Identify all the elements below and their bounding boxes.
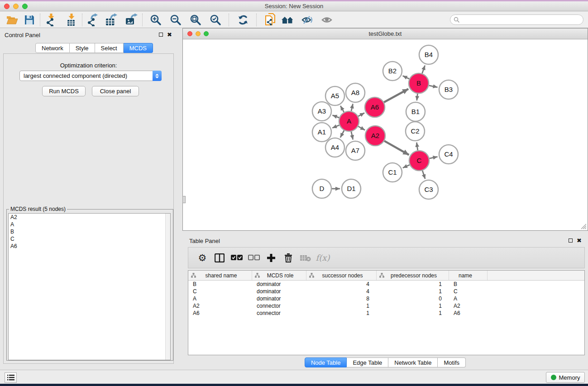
edge-B-B2[interactable] — [403, 76, 409, 79]
network-graph[interactable]: B4B2BB3A8A5A6A3B1AA1C2A2A4A7C4CC1C3DD1 — [183, 39, 588, 230]
network-canvas[interactable]: B4B2BB3A8A5A6A3B1AA1C2A2A4A7C4CC1C3DD1 — [183, 39, 588, 230]
search-input[interactable] — [460, 15, 583, 24]
select-all-icon[interactable] — [228, 250, 245, 266]
table-settings-icon[interactable]: ⚙ — [194, 250, 211, 266]
table-row[interactable]: A6connector11A6 — [188, 310, 584, 317]
mcds-result-item[interactable]: C — [9, 235, 170, 243]
graph-node-C4[interactable]: C4 — [439, 145, 458, 164]
graph-node-B1[interactable]: B1 — [406, 102, 425, 121]
scrollbar-track[interactable] — [165, 214, 170, 360]
edge-B-B3[interactable] — [429, 86, 437, 87]
criterion-dropdown[interactable]: largest connected component (directed) — [19, 71, 162, 81]
show-all-icon[interactable] — [319, 13, 336, 27]
search-box[interactable] — [450, 14, 583, 25]
mcds-result-item[interactable]: A — [9, 221, 170, 228]
refresh-icon[interactable] — [234, 13, 252, 27]
tab-network[interactable]: Network — [35, 43, 70, 53]
graph-node-D[interactable]: D — [312, 179, 331, 198]
open-session-icon[interactable] — [4, 13, 21, 27]
graph-node-A3[interactable]: A3 — [312, 102, 331, 121]
graph-node-C[interactable]: C — [409, 151, 429, 171]
first-neighbors-icon[interactable] — [279, 13, 296, 27]
float-panel-icon[interactable] — [159, 33, 163, 37]
column-layout-icon[interactable] — [211, 250, 228, 266]
edge-A-A7[interactable] — [351, 131, 353, 139]
graph-node-A[interactable]: A — [339, 111, 359, 131]
zoom-in-icon[interactable] — [147, 13, 164, 27]
graph-node-D1[interactable]: D1 — [342, 179, 361, 198]
delete-column-icon[interactable] — [280, 250, 297, 266]
edge-B-B4[interactable] — [422, 66, 425, 74]
tab-select[interactable]: Select — [95, 43, 124, 53]
memory-button[interactable]: Memory — [546, 372, 585, 383]
graph-node-C1[interactable]: C1 — [383, 163, 402, 182]
edge-A2-C[interactable] — [384, 141, 409, 155]
tab-node-table[interactable]: Node Table — [305, 357, 347, 367]
edge-A-A8[interactable] — [351, 104, 353, 111]
function-builder-icon[interactable]: f(x) — [314, 250, 331, 266]
edge-A-A5[interactable] — [340, 106, 344, 112]
graph-node-A4[interactable]: A4 — [325, 138, 344, 157]
edge-A-A3[interactable] — [332, 115, 339, 118]
mcds-result-list[interactable]: A2ABCA6 — [8, 213, 171, 360]
edge-A-A2[interactable] — [358, 126, 365, 130]
export-network-icon[interactable] — [84, 13, 101, 27]
graph-node-B[interactable]: B — [409, 73, 429, 93]
close-panel-icon[interactable]: ✖ — [167, 33, 172, 37]
mcds-result-item[interactable]: A6 — [9, 243, 170, 250]
graph-node-A5[interactable]: A5 — [325, 86, 344, 105]
zoom-fit-icon[interactable] — [187, 13, 204, 27]
graph-node-B4[interactable]: B4 — [419, 45, 438, 64]
table-row[interactable]: Adominator80A — [188, 295, 584, 302]
close-panel-icon[interactable]: ✖ — [577, 238, 582, 243]
tab-network-table[interactable]: Network Table — [388, 357, 438, 367]
mcds-result-item[interactable]: B — [9, 228, 170, 235]
tab-style[interactable]: Style — [70, 43, 95, 53]
table-row[interactable]: Bdominator41B — [188, 281, 584, 288]
tab-motifs[interactable]: Motifs — [438, 357, 466, 367]
mcds-result-item[interactable]: A2 — [9, 214, 170, 221]
edge-A-A6[interactable] — [358, 113, 364, 116]
zoom-selected-icon[interactable] — [207, 13, 224, 27]
edge-C-C3[interactable] — [422, 171, 425, 179]
resize-grip-icon[interactable] — [581, 224, 587, 229]
tab-mcds[interactable]: MCDS — [124, 43, 153, 53]
close-panel-button[interactable]: Close panel — [92, 86, 139, 96]
deselect-all-icon[interactable] — [245, 250, 263, 266]
graph-node-C2[interactable]: C2 — [406, 122, 425, 141]
graph-node-A8[interactable]: A8 — [346, 83, 365, 102]
task-history-button[interactable] — [5, 372, 17, 383]
edge-C-C4[interactable] — [429, 157, 437, 158]
table-row[interactable]: Cdominator41C — [188, 288, 584, 295]
tab-edge-table[interactable]: Edge Table — [347, 357, 388, 367]
table-row[interactable]: A2connector11A2 — [188, 302, 584, 310]
graph-node-B3[interactable]: B3 — [439, 80, 458, 99]
window-sash-grip[interactable] — [182, 196, 186, 203]
network-from-selection-icon[interactable] — [262, 13, 279, 27]
delete-table-icon[interactable] — [297, 250, 314, 266]
save-session-icon[interactable] — [21, 13, 38, 27]
network-window-title-bar[interactable]: testGlobe.txt — [183, 29, 588, 39]
edge-C-C2[interactable] — [416, 143, 417, 150]
column-header-predecessor-nodes[interactable]: predecessor nodes — [377, 271, 449, 280]
edge-C-C1[interactable] — [403, 165, 410, 168]
column-header-name[interactable]: name — [449, 271, 488, 280]
import-network-icon[interactable] — [42, 13, 59, 27]
add-column-icon[interactable] — [263, 250, 280, 266]
graph-node-B2[interactable]: B2 — [383, 62, 402, 81]
graph-node-A2[interactable]: A2 — [365, 126, 385, 146]
edge-A6-B[interactable] — [384, 89, 408, 102]
float-panel-icon[interactable] — [569, 238, 573, 243]
graph-node-A7[interactable]: A7 — [346, 141, 365, 160]
import-table-icon[interactable] — [63, 13, 80, 27]
zoom-out-icon[interactable] — [167, 13, 184, 27]
column-header-shared-name[interactable]: shared name — [188, 271, 252, 280]
edge-B-B1[interactable] — [417, 94, 418, 100]
graph-node-A1[interactable]: A1 — [312, 123, 331, 142]
graph-node-C3[interactable]: C3 — [419, 180, 438, 199]
export-image-icon[interactable] — [123, 13, 140, 27]
column-header-successor-nodes[interactable]: successor nodes — [306, 271, 377, 280]
edge-A-A4[interactable] — [340, 130, 344, 138]
run-mcds-button[interactable]: Run MCDS — [42, 86, 86, 96]
export-table-icon[interactable] — [103, 13, 120, 27]
